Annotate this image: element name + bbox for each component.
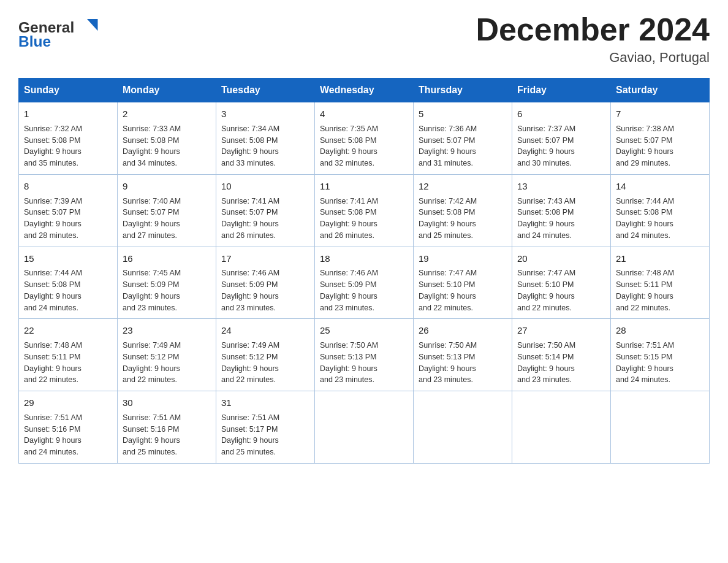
day-info: Sunrise: 7:47 AMSunset: 5:10 PMDaylight:… [517, 267, 605, 313]
day-info: Sunrise: 7:40 AMSunset: 5:07 PMDaylight:… [123, 196, 211, 242]
day-number: 14 [616, 180, 704, 193]
calendar-cell: 10Sunrise: 7:41 AMSunset: 5:07 PMDayligh… [216, 174, 315, 247]
day-info: Sunrise: 7:49 AMSunset: 5:12 PMDaylight:… [221, 340, 309, 386]
day-number: 29 [24, 396, 112, 410]
day-number: 12 [419, 180, 507, 193]
day-info: Sunrise: 7:51 AMSunset: 5:16 PMDaylight:… [123, 412, 211, 458]
calendar-cell: 20Sunrise: 7:47 AMSunset: 5:10 PMDayligh… [512, 247, 611, 319]
day-number: 19 [419, 252, 507, 266]
day-number: 30 [123, 396, 211, 410]
day-number: 11 [320, 180, 408, 193]
calendar-week-row: 22Sunrise: 7:48 AMSunset: 5:11 PMDayligh… [19, 319, 710, 391]
day-number: 31 [221, 396, 309, 410]
calendar-cell: 9Sunrise: 7:40 AMSunset: 5:07 PMDaylight… [118, 174, 216, 247]
day-number: 16 [123, 252, 211, 266]
day-info: Sunrise: 7:50 AMSunset: 5:14 PMDaylight:… [517, 340, 605, 386]
calendar-cell: 13Sunrise: 7:43 AMSunset: 5:08 PMDayligh… [512, 174, 611, 247]
calendar-cell: 19Sunrise: 7:47 AMSunset: 5:10 PMDayligh… [414, 247, 512, 319]
day-number: 18 [320, 252, 408, 266]
logo-area: General Blue [18, 12, 104, 55]
day-number: 21 [616, 252, 704, 266]
day-number: 5 [419, 107, 507, 121]
calendar-cell [611, 391, 710, 464]
svg-marker-1 [87, 19, 98, 31]
calendar-week-row: 15Sunrise: 7:44 AMSunset: 5:08 PMDayligh… [19, 247, 710, 319]
day-number: 28 [616, 324, 704, 337]
day-info: Sunrise: 7:48 AMSunset: 5:11 PMDaylight:… [24, 340, 112, 386]
logo-svg: General Blue [18, 12, 104, 55]
day-number: 2 [123, 107, 211, 121]
day-number: 22 [24, 324, 112, 337]
day-number: 7 [616, 107, 704, 121]
day-number: 3 [221, 107, 309, 121]
calendar-cell [512, 391, 611, 464]
day-info: Sunrise: 7:44 AMSunset: 5:08 PMDaylight:… [24, 267, 112, 313]
calendar-cell: 28Sunrise: 7:51 AMSunset: 5:15 PMDayligh… [611, 319, 710, 391]
day-info: Sunrise: 7:33 AMSunset: 5:08 PMDaylight:… [123, 123, 211, 169]
calendar-cell: 6Sunrise: 7:37 AMSunset: 5:07 PMDaylight… [512, 102, 611, 175]
day-info: Sunrise: 7:51 AMSunset: 5:16 PMDaylight:… [24, 412, 112, 458]
calendar-cell: 7Sunrise: 7:38 AMSunset: 5:07 PMDaylight… [611, 102, 710, 175]
calendar-cell [315, 391, 414, 464]
day-number: 20 [517, 252, 605, 266]
calendar-cell: 14Sunrise: 7:44 AMSunset: 5:08 PMDayligh… [611, 174, 710, 247]
calendar-cell: 25Sunrise: 7:50 AMSunset: 5:13 PMDayligh… [315, 319, 414, 391]
col-header-sunday: Sunday [19, 79, 118, 102]
day-info: Sunrise: 7:45 AMSunset: 5:09 PMDaylight:… [123, 267, 211, 313]
day-info: Sunrise: 7:36 AMSunset: 5:07 PMDaylight:… [419, 123, 507, 169]
calendar-cell: 30Sunrise: 7:51 AMSunset: 5:16 PMDayligh… [118, 391, 216, 464]
day-number: 23 [123, 324, 211, 337]
day-info: Sunrise: 7:35 AMSunset: 5:08 PMDaylight:… [320, 123, 408, 169]
calendar-cell: 21Sunrise: 7:48 AMSunset: 5:11 PMDayligh… [611, 247, 710, 319]
calendar-cell: 8Sunrise: 7:39 AMSunset: 5:07 PMDaylight… [19, 174, 118, 247]
day-number: 27 [517, 324, 605, 337]
day-number: 10 [221, 180, 309, 193]
calendar-week-row: 8Sunrise: 7:39 AMSunset: 5:07 PMDaylight… [19, 174, 710, 247]
day-number: 24 [221, 324, 309, 337]
calendar-cell: 5Sunrise: 7:36 AMSunset: 5:07 PMDaylight… [414, 102, 512, 175]
calendar-cell: 27Sunrise: 7:50 AMSunset: 5:14 PMDayligh… [512, 319, 611, 391]
calendar-cell: 12Sunrise: 7:42 AMSunset: 5:08 PMDayligh… [414, 174, 512, 247]
day-info: Sunrise: 7:37 AMSunset: 5:07 PMDaylight:… [517, 123, 605, 169]
col-header-thursday: Thursday [414, 79, 512, 102]
day-info: Sunrise: 7:50 AMSunset: 5:13 PMDaylight:… [320, 340, 408, 386]
day-info: Sunrise: 7:41 AMSunset: 5:08 PMDaylight:… [320, 196, 408, 242]
day-number: 6 [517, 107, 605, 121]
day-number: 26 [419, 324, 507, 337]
day-info: Sunrise: 7:32 AMSunset: 5:08 PMDaylight:… [24, 123, 112, 169]
calendar-cell: 17Sunrise: 7:46 AMSunset: 5:09 PMDayligh… [216, 247, 315, 319]
col-header-friday: Friday [512, 79, 611, 102]
day-info: Sunrise: 7:38 AMSunset: 5:07 PMDaylight:… [616, 123, 704, 169]
calendar-cell: 24Sunrise: 7:49 AMSunset: 5:12 PMDayligh… [216, 319, 315, 391]
calendar-cell: 22Sunrise: 7:48 AMSunset: 5:11 PMDayligh… [19, 319, 118, 391]
calendar-cell: 11Sunrise: 7:41 AMSunset: 5:08 PMDayligh… [315, 174, 414, 247]
day-info: Sunrise: 7:50 AMSunset: 5:13 PMDaylight:… [419, 340, 507, 386]
calendar-cell: 23Sunrise: 7:49 AMSunset: 5:12 PMDayligh… [118, 319, 216, 391]
day-info: Sunrise: 7:46 AMSunset: 5:09 PMDaylight:… [320, 267, 408, 313]
calendar-week-row: 29Sunrise: 7:51 AMSunset: 5:16 PMDayligh… [19, 391, 710, 464]
calendar-cell: 29Sunrise: 7:51 AMSunset: 5:16 PMDayligh… [19, 391, 118, 464]
day-number: 17 [221, 252, 309, 266]
svg-text:Blue: Blue [18, 33, 51, 50]
day-number: 9 [123, 180, 211, 193]
day-info: Sunrise: 7:48 AMSunset: 5:11 PMDaylight:… [616, 267, 704, 313]
location-subtitle: Gaviao, Portugal [476, 50, 710, 66]
day-info: Sunrise: 7:46 AMSunset: 5:09 PMDaylight:… [221, 267, 309, 313]
col-header-wednesday: Wednesday [315, 79, 414, 102]
day-number: 13 [517, 180, 605, 193]
day-info: Sunrise: 7:49 AMSunset: 5:12 PMDaylight:… [123, 340, 211, 386]
day-info: Sunrise: 7:41 AMSunset: 5:07 PMDaylight:… [221, 196, 309, 242]
page-header: General Blue December 2024 Gaviao, Portu… [18, 12, 710, 66]
day-number: 25 [320, 324, 408, 337]
calendar-cell: 18Sunrise: 7:46 AMSunset: 5:09 PMDayligh… [315, 247, 414, 319]
calendar-cell: 31Sunrise: 7:51 AMSunset: 5:17 PMDayligh… [216, 391, 315, 464]
calendar-cell: 2Sunrise: 7:33 AMSunset: 5:08 PMDaylight… [118, 102, 216, 175]
month-title: December 2024 [476, 12, 710, 47]
calendar-week-row: 1Sunrise: 7:32 AMSunset: 5:08 PMDaylight… [19, 102, 710, 175]
day-number: 8 [24, 180, 112, 193]
title-area: December 2024 Gaviao, Portugal [476, 12, 710, 66]
day-number: 4 [320, 107, 408, 121]
calendar-table: SundayMondayTuesdayWednesdayThursdayFrid… [18, 78, 710, 464]
day-info: Sunrise: 7:51 AMSunset: 5:15 PMDaylight:… [616, 340, 704, 386]
day-info: Sunrise: 7:44 AMSunset: 5:08 PMDaylight:… [616, 196, 704, 242]
